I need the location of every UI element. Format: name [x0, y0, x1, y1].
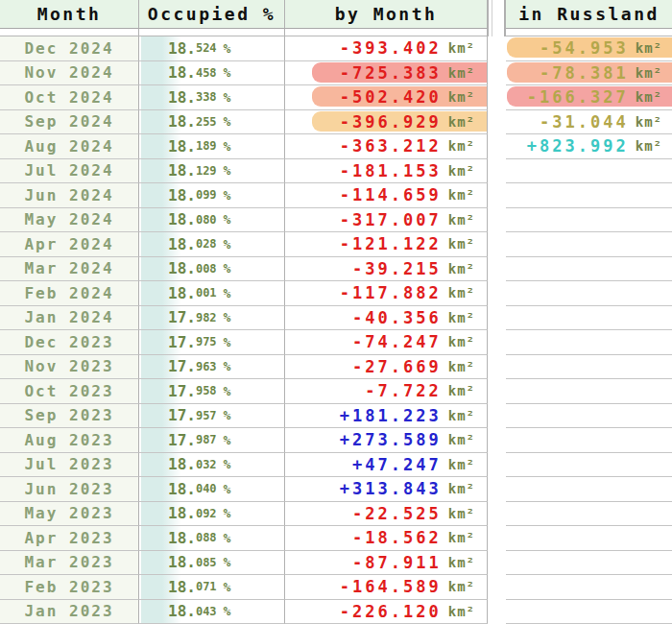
column-divider	[488, 85, 506, 110]
table-row: Jan 2024 17.982% -40.356 km²	[0, 306, 672, 331]
column-divider	[488, 379, 506, 404]
occupied-int: 18.	[168, 529, 196, 547]
month-cell: Jan 2023	[0, 600, 139, 624]
change-by-month-value: -39.215	[352, 259, 442, 278]
change-in-russia-cell	[506, 159, 672, 184]
column-divider	[488, 600, 506, 624]
occupied-percent-sign: %	[224, 114, 231, 129]
table-row: Sep 2023 17.957% +181.223 km²	[0, 404, 672, 429]
occupied-dec: 189	[196, 139, 217, 153]
change-by-month-cell: -27.669 km²	[285, 355, 488, 380]
occupied-dec: 028	[196, 237, 217, 251]
month-label: Oct 2023	[24, 382, 113, 400]
occupied-dec: 987	[196, 433, 217, 446]
change-by-month-value: +313.843	[340, 479, 442, 498]
occupied-int: 18.	[168, 210, 196, 228]
km2-unit: km²	[448, 408, 475, 423]
occupied-dec: 958	[196, 384, 217, 397]
occupied-dec: 071	[196, 580, 217, 593]
month-cell: Oct 2023	[0, 379, 139, 404]
km2-unit: km²	[448, 236, 475, 252]
column-divider	[488, 159, 506, 184]
change-by-month-cell: -117.882 km²	[285, 281, 488, 306]
change-in-russia-cell	[506, 575, 672, 600]
occupied-dec: 957	[196, 409, 217, 422]
km2-unit: km²	[448, 310, 475, 325]
occupied-int: 17.	[168, 308, 196, 326]
change-in-russia-value: -54.953	[540, 38, 629, 58]
occupied-dec: 043	[196, 605, 217, 618]
month-cell: Dec 2023	[0, 330, 139, 355]
change-by-month-value: -396.929	[340, 112, 442, 132]
occupied-dec: 975	[196, 335, 217, 348]
km2-unit: km²	[448, 285, 475, 300]
occupied-cell: 18.129%	[139, 159, 285, 184]
table-row: Oct 2023 17.958% -7.722 km²	[0, 379, 672, 404]
change-by-month-cell: -164.589 km²	[285, 575, 488, 600]
table-row: Mar 2023 18.085% -87.911 km²	[0, 551, 672, 576]
change-in-russia-cell	[506, 502, 672, 527]
month-label: Mar 2023	[24, 553, 113, 571]
km2-unit: km²	[448, 89, 475, 105]
occupied-dec: 129	[196, 164, 217, 178]
change-by-month-value: -27.669	[352, 357, 442, 376]
occupied-cell: 17.958%	[139, 379, 285, 404]
column-divider	[488, 404, 506, 429]
change-by-month-value: -363.212	[340, 136, 442, 156]
change-by-month-cell: -363.212 km²	[285, 134, 488, 159]
month-label: Mar 2024	[24, 259, 113, 277]
occupied-dec: 032	[196, 458, 217, 471]
table-row: Mar 2024 18.008% -39.215 km²	[0, 257, 672, 282]
month-cell: Jul 2024	[0, 159, 139, 184]
month-label: Feb 2023	[24, 578, 113, 596]
column-divider	[488, 257, 506, 282]
change-by-month-value: -18.562	[352, 528, 442, 547]
occupied-percent-sign: %	[224, 555, 231, 569]
km2-unit: km²	[448, 481, 475, 496]
column-divider	[488, 134, 506, 159]
occupied-cell: 18.080%	[139, 208, 285, 233]
col-header-month: Month	[0, 0, 139, 29]
km2-unit: km²	[636, 138, 662, 154]
occupied-dec: 982	[196, 311, 217, 324]
occupied-percent-sign: %	[224, 359, 231, 373]
month-cell: Jan 2024	[0, 306, 139, 331]
change-in-russia-cell	[506, 257, 672, 282]
change-in-russia-cell	[506, 330, 672, 355]
occupied-percent-sign: %	[224, 41, 231, 56]
occupied-percent-sign: %	[224, 604, 231, 618]
change-by-month-cell: -87.911 km²	[285, 551, 488, 576]
occupied-int: 18.	[168, 480, 196, 498]
change-by-month-value: -164.589	[340, 577, 442, 596]
month-cell: Sep 2024	[0, 110, 139, 135]
occupied-dec: 458	[196, 66, 217, 80]
change-by-month-value: -393.402	[340, 38, 442, 58]
column-divider	[488, 453, 506, 478]
change-by-month-value: -226.120	[340, 602, 442, 621]
month-label: Oct 2024	[24, 88, 113, 107]
month-cell: Mar 2023	[0, 551, 139, 576]
occupied-percent-sign: %	[224, 65, 231, 80]
month-cell: Feb 2024	[0, 281, 139, 306]
km2-unit: km²	[448, 65, 475, 81]
column-divider	[488, 330, 506, 355]
occupied-percent-sign: %	[224, 90, 231, 105]
occupied-percent-sign: %	[224, 188, 231, 203]
change-in-russia-cell: -78.381 km²	[506, 61, 672, 86]
occupied-percent-sign: %	[224, 139, 231, 154]
occupied-cell: 18.524%	[139, 36, 285, 61]
km2-unit: km²	[448, 261, 475, 276]
change-by-month-value: +47.247	[352, 455, 442, 474]
column-divider	[488, 36, 506, 61]
occupied-int: 18.	[168, 504, 196, 522]
table-row: Nov 2023 17.963% -27.669 km²	[0, 355, 672, 380]
occupied-cell: 18.043%	[139, 600, 285, 624]
occupied-int: 18.	[168, 88, 196, 107]
change-in-russia-cell	[506, 404, 672, 429]
change-by-month-cell: -39.215 km²	[285, 257, 488, 282]
month-label: Jan 2024	[24, 308, 113, 326]
change-by-month-value: -181.153	[340, 161, 442, 180]
occupied-cell: 18.001%	[139, 281, 285, 306]
km2-unit: km²	[448, 359, 475, 374]
change-by-month-cell: +273.589 km²	[285, 428, 488, 453]
